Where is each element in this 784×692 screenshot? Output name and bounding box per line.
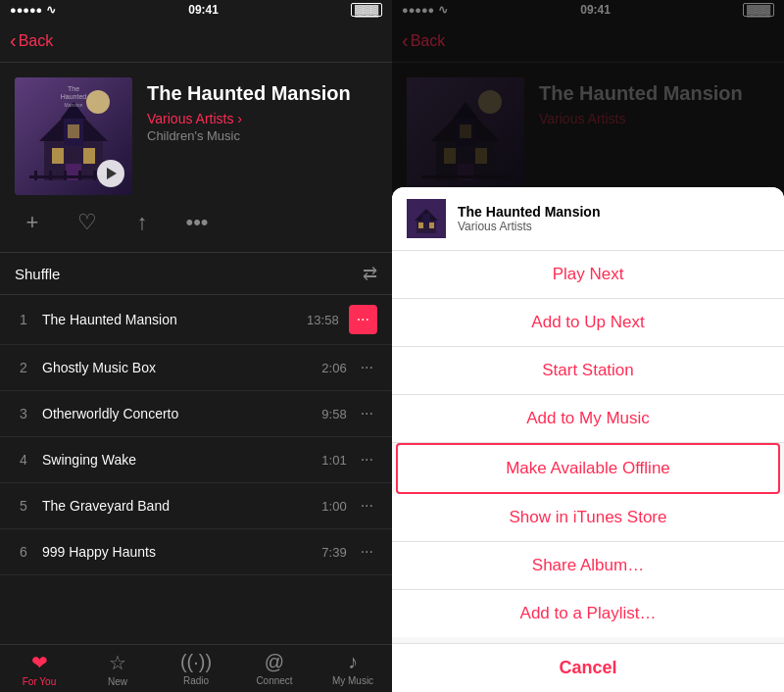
tab-icon: ((·)) bbox=[180, 651, 212, 673]
context-item-share-album…[interactable]: Share Album… bbox=[392, 542, 784, 590]
more-icon: ••• bbox=[185, 210, 208, 235]
track-number: 6 bbox=[15, 544, 32, 560]
context-menu: The Haunted Mansion Various Artists Play… bbox=[392, 187, 784, 692]
back-label: Back bbox=[19, 32, 54, 50]
context-song-artist: Various Artists bbox=[458, 220, 600, 233]
tab-my-music[interactable]: ♪ My Music bbox=[314, 645, 392, 692]
heart-button[interactable]: ♡ bbox=[70, 205, 105, 240]
left-phone-screen: ●●●●● ∿ 09:41 ▓▓▓ ‹ Back bbox=[0, 0, 392, 692]
track-more-button[interactable]: ··· bbox=[357, 401, 377, 426]
tab-label: For You bbox=[23, 676, 56, 687]
track-item: 1 The Haunted Mansion 13:58 ··· bbox=[0, 295, 392, 345]
svg-text:Mansion: Mansion bbox=[65, 102, 83, 108]
context-item-add-to-a-playlist…[interactable]: Add to a Playlist… bbox=[392, 590, 784, 637]
shuffle-icon: ⇄ bbox=[363, 263, 377, 284]
heart-icon: ♡ bbox=[77, 210, 97, 235]
svg-rect-11 bbox=[34, 171, 37, 180]
svg-text:The: The bbox=[68, 85, 79, 92]
more-button[interactable]: ••• bbox=[179, 205, 215, 240]
context-thumb-art bbox=[407, 199, 446, 238]
album-info: The Haunted Mansion Various Artists › Ch… bbox=[147, 77, 377, 155]
track-more-button[interactable]: ··· bbox=[357, 355, 377, 380]
play-button[interactable] bbox=[97, 160, 124, 187]
share-icon: ↑ bbox=[137, 210, 148, 235]
track-name: Ghostly Music Box bbox=[42, 360, 321, 375]
track-number: 4 bbox=[15, 452, 32, 468]
context-item-make-available-offline[interactable]: Make Available Offline bbox=[396, 443, 780, 494]
tab-connect[interactable]: @ Connect bbox=[235, 645, 314, 692]
signal-icon: ●●●●● bbox=[10, 4, 42, 16]
context-item-show-in-itunes-store[interactable]: Show in iTunes Store bbox=[392, 494, 784, 542]
context-song-title: The Haunted Mansion bbox=[458, 204, 600, 220]
svg-rect-8 bbox=[68, 124, 79, 138]
left-time: 09:41 bbox=[188, 3, 219, 17]
add-icon: + bbox=[26, 210, 39, 235]
album-section: The Haunted Mansion The Haunted Mansion … bbox=[0, 63, 392, 205]
left-back-button[interactable]: ‹ Back bbox=[10, 30, 53, 52]
context-menu-header: The Haunted Mansion Various Artists bbox=[392, 187, 784, 251]
left-status-bar: ●●●●● ∿ 09:41 ▓▓▓ bbox=[0, 0, 392, 20]
left-tab-bar: ❤ For You ☆ New ((·)) Radio @ Connect ♪ … bbox=[0, 644, 392, 692]
context-item-play-next[interactable]: Play Next bbox=[392, 251, 784, 299]
svg-rect-15 bbox=[93, 171, 96, 180]
svg-point-1 bbox=[86, 90, 110, 114]
svg-rect-14 bbox=[78, 171, 81, 180]
play-icon bbox=[107, 168, 117, 179]
track-item: 2 Ghostly Music Box 2:06 ··· bbox=[0, 345, 392, 391]
track-item: 4 Swinging Wake 1:01 ··· bbox=[0, 437, 392, 483]
signal-area: ●●●●● ∿ bbox=[10, 3, 56, 17]
tab-for-you[interactable]: ❤ For You bbox=[0, 645, 78, 692]
track-list: 1 The Haunted Mansion 13:58 ··· 2 Ghostl… bbox=[0, 295, 392, 644]
wifi-icon: ∿ bbox=[46, 3, 56, 17]
tab-label: Connect bbox=[256, 675, 292, 686]
context-items: Play NextAdd to Up NextStart StationAdd … bbox=[392, 251, 784, 637]
track-item: 6 999 Happy Haunts 7:39 ··· bbox=[0, 529, 392, 575]
track-name: The Graveyard Band bbox=[42, 498, 321, 514]
shuffle-label: Shuffle bbox=[15, 266, 60, 282]
context-cancel-button[interactable]: Cancel bbox=[392, 643, 784, 692]
tab-label: New bbox=[108, 676, 127, 687]
album-art: The Haunted Mansion bbox=[15, 77, 132, 195]
track-number: 5 bbox=[15, 498, 32, 514]
svg-rect-36 bbox=[429, 222, 434, 228]
track-number: 1 bbox=[15, 312, 32, 327]
svg-rect-6 bbox=[52, 148, 64, 164]
context-item-start-station[interactable]: Start Station bbox=[392, 347, 784, 395]
tab-icon: @ bbox=[265, 651, 284, 673]
track-more-button[interactable]: ··· bbox=[357, 493, 377, 519]
tab-icon: ☆ bbox=[109, 651, 126, 674]
tab-radio[interactable]: ((·)) Radio bbox=[157, 645, 235, 692]
share-button[interactable]: ↑ bbox=[124, 205, 160, 240]
add-button[interactable]: + bbox=[15, 205, 50, 240]
tab-label: Radio bbox=[183, 675, 209, 686]
track-duration: 1:01 bbox=[321, 453, 346, 468]
battery-area: ▓▓▓ bbox=[351, 3, 382, 17]
svg-rect-35 bbox=[418, 222, 423, 228]
track-duration: 7:39 bbox=[321, 545, 346, 560]
context-menu-overlay: The Haunted Mansion Various Artists Play… bbox=[392, 0, 784, 692]
context-item-add-to-my-music[interactable]: Add to My Music bbox=[392, 395, 784, 443]
svg-rect-34 bbox=[422, 214, 430, 223]
action-buttons-row: + ♡ ↑ ••• bbox=[0, 205, 392, 253]
track-item: 3 Otherworldly Concerto 9:58 ··· bbox=[0, 391, 392, 437]
right-phone-screen: ●●●●● ∿ 09:41 ▓▓▓ ‹ Back bbox=[392, 0, 784, 692]
album-artist[interactable]: Various Artists › bbox=[147, 111, 377, 126]
tab-icon: ❤ bbox=[31, 651, 48, 674]
track-more-button[interactable]: ··· bbox=[349, 305, 377, 334]
tab-new[interactable]: ☆ New bbox=[78, 645, 157, 692]
artist-arrow-icon: › bbox=[237, 111, 242, 126]
track-duration: 13:58 bbox=[307, 313, 339, 327]
track-duration: 2:06 bbox=[321, 361, 346, 375]
track-more-button[interactable]: ··· bbox=[357, 447, 377, 472]
track-name: Swinging Wake bbox=[42, 452, 321, 468]
left-nav-bar: ‹ Back bbox=[0, 20, 392, 63]
shuffle-row[interactable]: Shuffle ⇄ bbox=[0, 253, 392, 295]
battery-icon: ▓▓▓ bbox=[351, 3, 382, 17]
svg-rect-13 bbox=[64, 171, 67, 180]
tab-icon: ♪ bbox=[348, 651, 358, 673]
track-number: 3 bbox=[15, 406, 32, 421]
track-more-button[interactable]: ··· bbox=[357, 539, 377, 565]
album-art-inner: The Haunted Mansion bbox=[15, 77, 132, 195]
track-name: 999 Happy Haunts bbox=[42, 544, 321, 560]
context-item-add-to-up-next[interactable]: Add to Up Next bbox=[392, 299, 784, 347]
